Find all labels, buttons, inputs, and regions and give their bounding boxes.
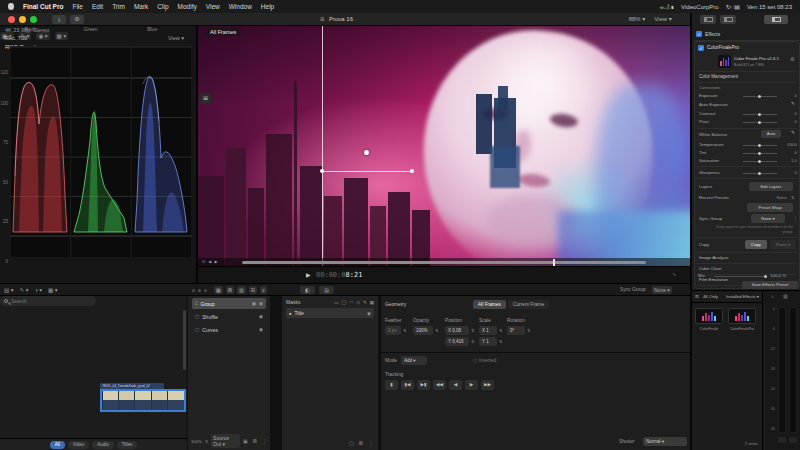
layers-footer-icon[interactable]: ⊠ (253, 438, 257, 444)
stepper-icon[interactable]: ⇅ (471, 339, 474, 344)
menu-item[interactable]: File (72, 3, 82, 10)
mask-handle[interactable] (410, 169, 414, 173)
sync-group-dropdown[interactable]: None ▾ (652, 286, 672, 294)
scrollbar[interactable] (183, 310, 186, 370)
image-analysis-row[interactable]: Image Analysis (699, 255, 729, 260)
edit-layers-button[interactable]: Edit Layers (749, 182, 793, 191)
preset-shop-button[interactable]: Preset Shop (747, 203, 793, 212)
effect-thumbnail[interactable] (728, 308, 756, 324)
filter-button[interactable]: All (50, 441, 65, 449)
layers-tool-button[interactable]: ≡ (260, 286, 267, 294)
auto-white-balance-button[interactable]: Auto (761, 130, 781, 138)
sharpness-value[interactable]: 0 (779, 170, 797, 175)
menu-clock[interactable]: Ven 15 set 08:23 (747, 4, 792, 10)
scrub-track[interactable] (242, 261, 646, 264)
inverted-checkbox[interactable]: ▢ Inverted (473, 358, 496, 363)
mask-handle[interactable] (320, 169, 324, 173)
mix-value[interactable]: 100,0 % (770, 273, 786, 278)
stepper-icon[interactable]: ⇅ (403, 328, 406, 333)
masks-footer-icon[interactable]: ⋮ (368, 440, 373, 446)
mask-shape-button[interactable]: ✎ (363, 300, 367, 305)
saturation-value[interactable]: 1,0 (779, 158, 797, 163)
contrast-value[interactable]: 0 (779, 111, 797, 116)
scale-y-value[interactable]: Y 1 (479, 337, 497, 346)
play-button[interactable]: ▶ (306, 271, 311, 278)
color-management-row[interactable]: Color Management (699, 74, 738, 79)
mask-row[interactable]: ● Title ◉ (286, 308, 374, 318)
close-window-button[interactable] (8, 16, 15, 23)
save-effects-preset-button[interactable]: Save Effects Preset (742, 281, 798, 289)
position-y-value[interactable]: Y 0,416 (445, 337, 469, 346)
browser-tool-button[interactable]: ✎ ▾ (20, 287, 29, 293)
layer-row[interactable]: ▢ Curves ◉ (192, 324, 266, 335)
paste-dropdown[interactable]: Paste ▾ (770, 240, 796, 249)
masks-footer-icon[interactable]: ▢ (349, 440, 354, 446)
recent-presets-value[interactable]: None (769, 195, 787, 200)
browser-tool-button[interactable]: ▦ ▾ (48, 287, 58, 293)
channel-button-right[interactable] (789, 437, 797, 443)
fullscreen-icon[interactable]: ↔ (671, 270, 679, 278)
status-icon[interactable]: ▮ (670, 4, 674, 10)
exposure-value[interactable]: 0 (779, 93, 797, 98)
effects-checkbox[interactable]: ✓ (696, 31, 702, 37)
scope-tool-button[interactable]: ▦ ▾ (55, 32, 69, 40)
status-icon[interactable]: ▤ (734, 4, 740, 10)
mask-shape-button[interactable]: ▦ (370, 300, 374, 305)
apple-menu-icon[interactable] (8, 3, 14, 10)
scope-tool-button[interactable]: ◉ ▾ (36, 32, 49, 40)
tracking-button[interactable]: ◀◀ (433, 380, 446, 390)
mix-slider[interactable] (714, 276, 766, 277)
tracking-button[interactable]: ▶▶ (481, 380, 494, 390)
scopes-view-dropdown[interactable]: View ▾ (168, 35, 184, 41)
stepper-icon[interactable]: ⇅ (499, 328, 502, 333)
mask-center-handle[interactable] (364, 150, 369, 155)
status-app-name[interactable]: VideoCorpPro (681, 4, 719, 10)
playhead[interactable] (553, 259, 555, 266)
position-x-value[interactable]: X 0,08 (445, 326, 469, 335)
search-field[interactable] (0, 296, 96, 306)
filmstrip[interactable] (100, 389, 186, 412)
sync-group-dropdown[interactable]: None ▾ (751, 214, 785, 223)
import-button[interactable]: ⤓ (52, 15, 66, 24)
filter-button[interactable]: Titles (117, 441, 138, 449)
more-icon[interactable]: ⋮ (793, 215, 798, 221)
opacity-value[interactable]: 100% (413, 326, 433, 335)
effect-settings-icon[interactable]: ⚙ (790, 56, 794, 62)
rotation-value[interactable]: 0° (507, 326, 525, 335)
scrub-control-button[interactable]: ◀ (208, 259, 211, 264)
stepper-icon[interactable]: ⇅ (435, 328, 438, 333)
menu-item[interactable]: Help (261, 3, 274, 10)
eyedropper-icon[interactable]: ✎ (791, 130, 795, 135)
stepper-icon[interactable]: ⇅ (527, 328, 530, 333)
browser-tool-button[interactable]: ▤ ▾ (4, 287, 14, 293)
menu-item[interactable]: Edit (92, 3, 103, 10)
mode-dropdown[interactable]: Add ▾ (401, 356, 427, 365)
mask-visibility-icon[interactable]: ◉ (367, 311, 371, 316)
sharpness-slider[interactable] (743, 173, 777, 174)
viewer-view-dropdown[interactable]: View ▾ (652, 15, 674, 24)
contrast-slider[interactable] (743, 114, 777, 115)
layers-tool-button[interactable]: ▦ (214, 286, 223, 294)
temperature-value[interactable]: 6500 (779, 142, 797, 147)
layers-tool-button[interactable]: ▥ (237, 286, 246, 294)
menu-item[interactable]: Modify (178, 3, 197, 10)
copy-button[interactable]: Copy (745, 240, 767, 249)
viewer-scrubber[interactable]: ⊡◀▶ (198, 258, 690, 266)
effects-category[interactable]: 4K Only (703, 294, 718, 299)
mask-shape-button[interactable]: ◯ (342, 300, 347, 305)
eyedropper-icon[interactable]: ✎ (791, 101, 795, 106)
menu-item[interactable]: View (206, 3, 220, 10)
scrub-control-button[interactable]: ⊡ (202, 259, 205, 264)
scale-x-value[interactable]: X 1 (479, 326, 497, 335)
viewer-zoom-dropdown[interactable]: 88% ▾ (626, 15, 648, 24)
menu-item[interactable]: Trim (112, 3, 125, 10)
installed-effects-dropdown[interactable]: Installed Effects ▾ (726, 294, 759, 299)
tint-value[interactable]: 0 (779, 150, 797, 155)
tracking-button[interactable]: ◀ (449, 380, 462, 390)
layers-footer-icon[interactable]: ⋮ (262, 438, 267, 444)
menu-item[interactable]: Window (229, 3, 252, 10)
panel-toggle-button[interactable]: ◧ (300, 286, 315, 294)
color-chart-row[interactable]: Color Chart (699, 266, 721, 271)
zoom-window-button[interactable] (30, 16, 37, 23)
stepper-icon[interactable]: ⇅ (205, 439, 208, 444)
